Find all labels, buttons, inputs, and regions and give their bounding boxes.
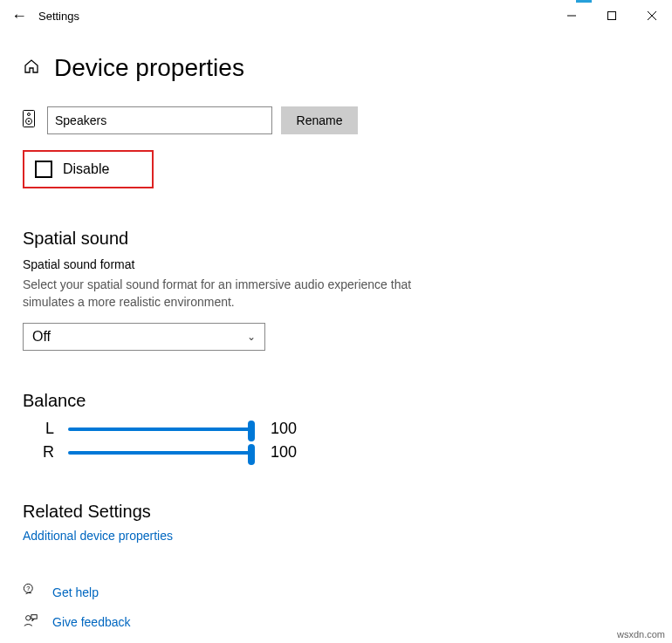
get-help-row[interactable]: ? Get help xyxy=(23,583,649,602)
minimize-button[interactable] xyxy=(552,0,592,31)
titlebar: ← Settings xyxy=(0,0,672,31)
related-heading: Related Settings xyxy=(23,502,649,522)
watermark: wsxdn.com xyxy=(617,629,665,640)
disable-checkbox[interactable] xyxy=(35,161,52,178)
slider-thumb[interactable] xyxy=(248,444,255,465)
page-title: Device properties xyxy=(54,54,244,82)
rename-button[interactable]: Rename xyxy=(281,106,358,134)
back-button[interactable]: ← xyxy=(0,7,38,25)
slider-track xyxy=(68,428,251,431)
slider-track xyxy=(68,451,251,455)
svg-point-5 xyxy=(28,113,31,116)
balance-right-label: R xyxy=(23,443,54,462)
window-controls xyxy=(552,0,672,31)
content: Device properties Rename Disable Spatial… xyxy=(0,54,672,632)
device-name-row: Rename xyxy=(23,106,649,134)
minimize-icon xyxy=(567,11,576,20)
balance-left-slider[interactable] xyxy=(68,421,251,438)
balance-left-row: L 100 xyxy=(23,420,649,438)
balance-right-row: R 100 xyxy=(23,443,649,462)
get-help-link: Get help xyxy=(52,585,99,599)
balance-right-slider[interactable] xyxy=(68,444,251,462)
footer-links: ? Get help Give feedback xyxy=(23,583,649,632)
device-name-input[interactable] xyxy=(47,106,272,134)
balance-left-label: L xyxy=(23,420,54,438)
svg-text:?: ? xyxy=(26,585,30,592)
window-title: Settings xyxy=(38,10,79,23)
maximize-icon xyxy=(607,11,616,20)
svg-point-10 xyxy=(26,616,31,620)
spatial-heading: Spatial sound xyxy=(23,229,649,249)
close-button[interactable] xyxy=(632,0,672,31)
give-feedback-link: Give feedback xyxy=(52,615,131,629)
spatial-desc: Select your spatial sound format for an … xyxy=(23,277,424,311)
close-icon xyxy=(648,11,656,20)
disable-row[interactable]: Disable xyxy=(23,150,154,188)
spatial-sub: Spatial sound format xyxy=(23,257,649,271)
additional-properties-link[interactable]: Additional device properties xyxy=(23,529,649,543)
home-icon[interactable] xyxy=(23,58,40,79)
slider-thumb[interactable] xyxy=(248,421,255,441)
disable-label: Disable xyxy=(63,161,109,177)
feedback-icon xyxy=(23,612,38,632)
spatial-format-dropdown[interactable]: Off ⌄ xyxy=(23,323,265,351)
back-arrow-icon: ← xyxy=(11,7,27,24)
maximize-button[interactable] xyxy=(592,0,632,31)
page-heading: Device properties xyxy=(23,54,649,82)
give-feedback-row[interactable]: Give feedback xyxy=(23,612,649,632)
dropdown-value: Off xyxy=(32,329,51,345)
balance-heading: Balance xyxy=(23,391,649,411)
svg-rect-11 xyxy=(31,615,37,619)
balance-right-value: 100 xyxy=(271,443,297,462)
chevron-down-icon: ⌄ xyxy=(247,331,256,343)
svg-point-7 xyxy=(28,120,30,122)
help-icon: ? xyxy=(23,583,38,602)
speaker-icon xyxy=(23,110,38,131)
svg-rect-1 xyxy=(608,12,616,20)
top-accent xyxy=(576,0,592,3)
balance-left-value: 100 xyxy=(271,420,297,438)
balance-section: Balance L 100 R 100 xyxy=(23,391,649,462)
